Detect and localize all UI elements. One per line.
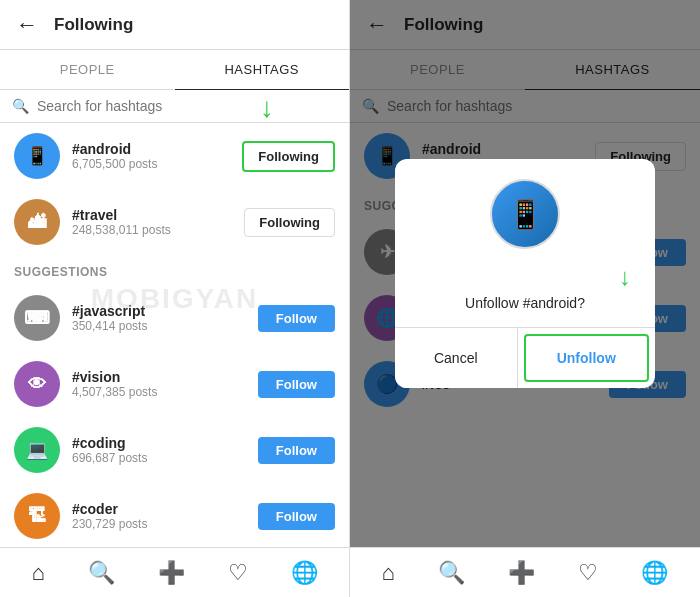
item-posts: 6,705,500 posts (72, 157, 242, 171)
search-icon[interactable]: 🔍 (88, 560, 115, 586)
follow-button[interactable]: Follow (258, 437, 335, 464)
left-title: Following (54, 15, 133, 35)
list-item: 💻 #coding 696,687 posts Follow (0, 417, 349, 483)
list-item: 📱 #android 6,705,500 posts Following (0, 123, 349, 189)
follow-button[interactable]: Follow (258, 371, 335, 398)
item-posts: 248,538,011 posts (72, 223, 244, 237)
unfollow-button[interactable]: Unfollow (524, 334, 650, 382)
following-button[interactable]: Following (244, 208, 335, 237)
list-item: 👁 #vision 4,507,385 posts Follow (0, 351, 349, 417)
follow-button[interactable]: Follow (258, 305, 335, 332)
left-green-arrow: ↓ (260, 92, 274, 124)
left-search-icon: 🔍 (12, 98, 29, 114)
right-panel: ← Following PEOPLE HASHTAGS 🔍 📱 #android… (350, 0, 700, 597)
item-name: #travel (72, 207, 244, 223)
add-icon[interactable]: ➕ (158, 560, 185, 586)
dialog-message: Unfollow #android? (395, 291, 655, 327)
item-name: #javascript (72, 303, 258, 319)
home-icon[interactable]: ⌂ (382, 560, 395, 586)
right-bottom-nav: ⌂ 🔍 ➕ ♡ 🌐 (350, 547, 700, 597)
list-item: 🏙 #travel 248,538,011 posts Following (0, 189, 349, 255)
profile-icon[interactable]: 🌐 (291, 560, 318, 586)
avatar: 👁 (14, 361, 60, 407)
item-posts: 696,687 posts (72, 451, 258, 465)
follow-button[interactable]: Follow (258, 503, 335, 530)
heart-icon[interactable]: ♡ (228, 560, 248, 586)
left-bottom-nav: ⌂ 🔍 ➕ ♡ 🌐 (0, 547, 349, 597)
suggestions-header: SUGGESTIONS (0, 255, 349, 285)
item-name: #vision (72, 369, 258, 385)
avatar: 🏙 (14, 199, 60, 245)
item-posts: 230,729 posts (72, 517, 258, 531)
list-item: ⌨ #javascript 350,414 posts Follow (0, 285, 349, 351)
list-item: 🏗 #coder 230,729 posts Follow (0, 483, 349, 547)
left-list: 📱 #android 6,705,500 posts Following 🏙 #… (0, 123, 349, 547)
profile-icon[interactable]: 🌐 (641, 560, 668, 586)
left-tabs: PEOPLE HASHTAGS (0, 50, 349, 90)
dialog-avatar: 📱 (490, 179, 560, 249)
left-tab-hashtags[interactable]: HASHTAGS (175, 50, 350, 89)
avatar: ⌨ (14, 295, 60, 341)
item-posts: 4,507,385 posts (72, 385, 258, 399)
left-back-arrow[interactable]: ← (16, 12, 38, 38)
cancel-button[interactable]: Cancel (395, 328, 518, 388)
following-button[interactable]: Following (242, 141, 335, 172)
avatar: 💻 (14, 427, 60, 473)
item-posts: 350,414 posts (72, 319, 258, 333)
dialog-overlay: 📱 ↓ Unfollow #android? Cancel Unfollow (350, 0, 700, 547)
item-name: #coder (72, 501, 258, 517)
add-icon[interactable]: ➕ (508, 560, 535, 586)
left-top-bar: ← Following (0, 0, 349, 50)
dialog-green-arrow: ↓ (395, 263, 655, 291)
home-icon[interactable]: ⌂ (31, 560, 44, 586)
heart-icon[interactable]: ♡ (578, 560, 598, 586)
left-tab-people[interactable]: PEOPLE (0, 50, 175, 89)
dialog-avatar-area: 📱 (395, 159, 655, 259)
left-panel: ← Following PEOPLE HASHTAGS 🔍 ↓ 📱 #andro… (0, 0, 350, 597)
item-name: #android (72, 141, 242, 157)
left-search-input[interactable] (37, 98, 337, 114)
unfollow-dialog: 📱 ↓ Unfollow #android? Cancel Unfollow (395, 159, 655, 388)
avatar: 🏗 (14, 493, 60, 539)
avatar: 📱 (14, 133, 60, 179)
left-search-bar: 🔍 (0, 90, 349, 123)
item-name: #coding (72, 435, 258, 451)
search-icon[interactable]: 🔍 (438, 560, 465, 586)
dialog-actions: Cancel Unfollow (395, 327, 655, 388)
